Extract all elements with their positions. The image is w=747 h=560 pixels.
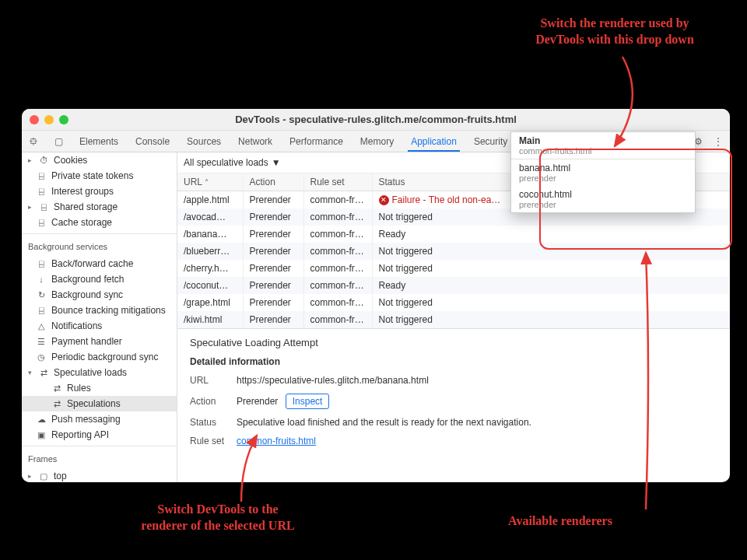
sidebar-item[interactable]: ⌸Private state tokens	[22, 168, 177, 184]
error-icon: ✕	[379, 195, 389, 205]
cell-url: /coconut…	[177, 277, 243, 294]
cell-status: Not triggered	[372, 260, 730, 277]
sidebar-item[interactable]: ☰Payment handler	[22, 334, 177, 349]
sidebar-item[interactable]: ⌸Bounce tracking mitigations	[22, 303, 177, 318]
col-rule[interactable]: Rule set	[303, 173, 372, 191]
tab-application[interactable]: Application	[408, 131, 460, 152]
tab-sources[interactable]: Sources	[184, 131, 224, 152]
table-row[interactable]: /grape.htmlPrerendercommon-fr…Not trigge…	[177, 294, 730, 311]
kebab-menu-icon[interactable]: ⋮	[711, 136, 725, 147]
annotation-bottom-right: Available renderers	[482, 513, 638, 530]
cell-rule: common-fr…	[303, 260, 372, 277]
sidebar-item-icon: ⏱	[38, 156, 49, 165]
tab-performance[interactable]: Performance	[286, 131, 346, 152]
sidebar-item[interactable]: ⌸Interest groups	[22, 184, 177, 199]
table-row[interactable]: /banana…Prerendercommon-fr…Ready	[177, 226, 730, 243]
tab-security[interactable]: Security	[471, 131, 510, 152]
detail-pane: Speculative Loading Attempt Detailed inf…	[177, 329, 730, 482]
sidebar-item-label: Payment handler	[51, 336, 122, 347]
sidebar-group-frames: Frames	[22, 450, 177, 468]
sidebar-item[interactable]: ⌸Cache storage	[22, 215, 177, 230]
sidebar-item-label: Speculative loads	[54, 367, 127, 378]
sidebar-item[interactable]: ☁Push messaging	[22, 411, 177, 427]
detail-status-key: Status	[190, 417, 237, 428]
renderer-option-title: banana.html	[519, 163, 687, 173]
tab-memory[interactable]: Memory	[357, 131, 397, 152]
table-row[interactable]: /blueberr…Prerendercommon-fr…Not trigger…	[177, 243, 730, 260]
sidebar-item-label: top	[54, 471, 67, 481]
cell-rule: common-fr…	[303, 191, 372, 209]
col-url[interactable]: URL	[177, 173, 243, 191]
col-action[interactable]: Action	[243, 173, 303, 191]
sidebar-subitem[interactable]: ⇄Rules	[22, 380, 177, 396]
window-title: DevTools - speculative-rules.glitch.me/c…	[22, 114, 730, 125]
sidebar-item[interactable]: ⌸Back/forward cache	[22, 256, 177, 271]
cell-rule: common-fr…	[303, 208, 372, 226]
sidebar-item[interactable]: ⌸Shared storage	[22, 199, 177, 215]
sidebar-item-icon: ⌸	[36, 218, 47, 227]
sidebar-item-icon: ⌸	[36, 187, 47, 196]
inspect-icon[interactable]: ⯐	[26, 136, 40, 147]
sidebar-item-label: Notifications	[51, 320, 102, 331]
detail-heading: Speculative Loading Attempt	[190, 337, 717, 348]
sidebar-item-label: Bounce tracking mitigations	[51, 305, 166, 316]
cell-url: /kiwi.html	[177, 311, 243, 328]
renderer-option-sub: prerender	[519, 173, 687, 183]
sidebar-item[interactable]: ⇄Speculative loads	[22, 365, 177, 380]
sidebar-item[interactable]: △Notifications	[22, 318, 177, 334]
sidebar-item-icon: ☰	[36, 337, 47, 347]
sidebar-item[interactable]: ⏱Cookies	[22, 152, 177, 168]
sidebar-subitem[interactable]: ⇄Speculations	[22, 396, 177, 411]
sidebar-item-label: Background sync	[51, 289, 123, 300]
cell-url: /avocad…	[177, 208, 243, 226]
sidebar-item-icon: ⇄	[38, 368, 49, 378]
cell-action: Prerender	[243, 294, 303, 311]
sidebar-item-label: Interest groups	[51, 186, 114, 197]
detail-action-key: Action	[190, 396, 237, 407]
renderer-option[interactable]: banana.htmlprerender	[511, 159, 695, 186]
sidebar-item[interactable]: ↓Background fetch	[22, 271, 177, 287]
sidebar-item-icon: ⌸	[36, 259, 47, 268]
renderer-option-sub: common-fruits.html	[519, 146, 687, 156]
sidebar-item-icon: ⇄	[51, 383, 62, 394]
renderer-option[interactable]: coconut.htmlprerender	[511, 186, 695, 212]
table-row[interactable]: /cherry.h…Prerendercommon-fr…Not trigger…	[177, 260, 730, 277]
cell-status: Not triggered	[372, 311, 730, 328]
sidebar-item-label: Rules	[67, 383, 91, 394]
sidebar-item-label: Speculations	[67, 398, 121, 409]
sidebar-item-label: Periodic background sync	[51, 352, 158, 362]
sidebar-item-icon: ⇄	[51, 399, 62, 409]
sidebar-item[interactable]: ↻Background sync	[22, 287, 177, 303]
renderer-option-title: Main	[519, 135, 687, 146]
tab-elements[interactable]: Elements	[76, 131, 121, 152]
renderer-option-sub: prerender	[519, 200, 687, 209]
sidebar-item[interactable]: ▣Reporting API	[22, 427, 177, 443]
detail-ruleset-key: Rule set	[190, 436, 237, 446]
table-row[interactable]: /kiwi.htmlPrerendercommon-fr…Not trigger…	[177, 311, 730, 328]
sidebar-item-icon: ↓	[36, 275, 47, 284]
sidebar-item[interactable]: ▢top	[22, 468, 177, 482]
cell-rule: common-fr…	[303, 226, 372, 243]
sidebar-item-icon: ☁	[36, 415, 47, 425]
annotation-bottom-left: Switch DevTools to therenderer of the se…	[117, 502, 319, 534]
cell-status: Not triggered	[372, 243, 730, 260]
table-row[interactable]: /coconut…Prerendercommon-fr…Ready	[177, 277, 730, 294]
renderer-menu: Main common-fruits.html banana.htmlprere…	[510, 131, 696, 213]
detail-status-value: Speculative load finished and the result…	[237, 417, 717, 428]
cell-action: Prerender	[243, 243, 303, 260]
sidebar-item-label: Background fetch	[51, 274, 124, 285]
inspect-button[interactable]: Inspect	[286, 394, 330, 409]
tab-network[interactable]: Network	[235, 131, 275, 152]
cell-rule: common-fr…	[303, 277, 372, 294]
sidebar-item-icon: ▢	[38, 471, 49, 481]
detail-ruleset-link[interactable]: common-fruits.html	[237, 436, 316, 446]
tab-console[interactable]: Console	[132, 131, 173, 152]
detail-url-value: https://speculative-rules.glitch.me/bana…	[237, 375, 717, 386]
cell-action: Prerender	[243, 260, 303, 277]
sidebar-item-label: Shared storage	[54, 201, 117, 212]
cell-rule: common-fr…	[303, 243, 372, 260]
device-toolbar-icon[interactable]: ▢	[51, 136, 65, 147]
renderer-option-main[interactable]: Main common-fruits.html	[511, 132, 695, 159]
sidebar-item[interactable]: ◷Periodic background sync	[22, 349, 177, 365]
cell-url: /blueberr…	[177, 243, 243, 260]
